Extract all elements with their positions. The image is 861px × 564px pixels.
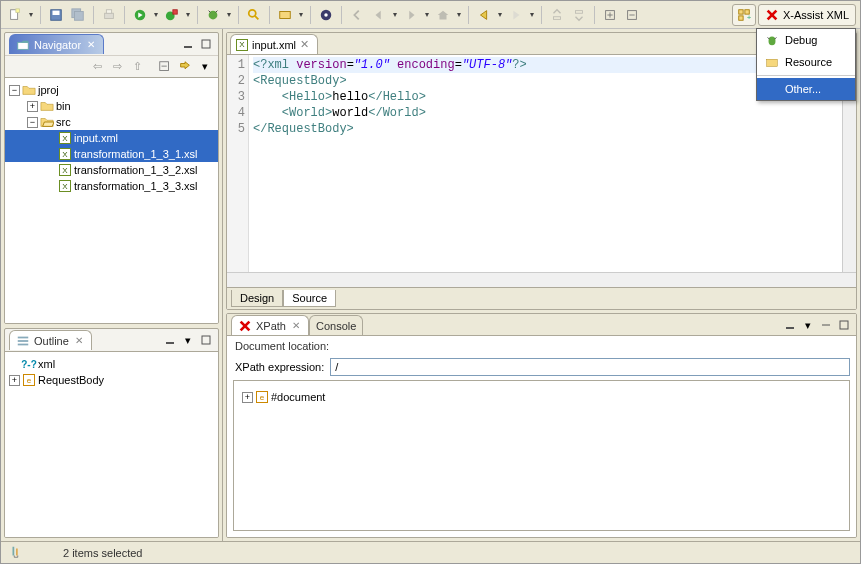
back-icon[interactable]: ⇦ (88, 58, 106, 76)
dropdown-arrow-icon[interactable]: ▾ (455, 10, 463, 19)
open-perspective-button[interactable]: + (732, 4, 756, 26)
maximize-icon[interactable] (198, 36, 214, 52)
tree-row[interactable]: −jproj (5, 82, 218, 98)
maximize-icon[interactable] (198, 332, 214, 348)
minimize-icon[interactable] (180, 36, 196, 52)
eclipse-icon[interactable] (316, 5, 336, 25)
svg-rect-54 (18, 340, 29, 342)
step-out-button[interactable] (547, 5, 567, 25)
close-icon[interactable]: ✕ (85, 39, 97, 50)
twisty-icon[interactable]: + (27, 101, 38, 112)
dropdown-arrow-icon[interactable]: ▾ (528, 10, 536, 19)
twisty-icon[interactable]: + (9, 375, 20, 386)
source-tab[interactable]: Source (283, 290, 336, 307)
close-icon[interactable]: ✕ (73, 335, 85, 346)
outline-view: Outline ✕ ▾ ?-?xml+eRequestBody (4, 328, 219, 538)
collapse-all-icon[interactable] (156, 58, 174, 76)
view-menu-icon[interactable]: ▾ (180, 332, 196, 348)
twisty-icon[interactable] (45, 165, 56, 176)
view-menu-icon[interactable]: ▾ (196, 58, 214, 76)
outline-tab[interactable]: Outline ✕ (9, 330, 92, 350)
step-return-button[interactable] (569, 5, 589, 25)
dropdown-arrow-icon[interactable]: ▾ (391, 10, 399, 19)
editor-code[interactable]: <?xml version="1.0" encoding="UTF-8"?><R… (249, 55, 842, 272)
perspective-switcher: + X-Assist XML Debug Resource Other... (732, 4, 856, 26)
xpath-tab[interactable]: XPath ✕ (231, 315, 309, 335)
tree-row[interactable]: Xtransformation_1_3_3.xsl (5, 178, 218, 194)
status-icon (9, 545, 23, 561)
tree-row[interactable]: Xinput.xml (5, 130, 218, 146)
external-tools-button[interactable] (162, 5, 182, 25)
tree-row[interactable]: Xtransformation_1_3_1.xsl (5, 146, 218, 162)
link-editor-icon[interactable] (176, 58, 194, 76)
svg-line-13 (209, 10, 211, 12)
search-button[interactable] (244, 5, 264, 25)
nav-home-button[interactable] (433, 5, 453, 25)
console-tab[interactable]: Console (309, 315, 363, 335)
dropdown-arrow-icon[interactable]: ▾ (225, 10, 233, 19)
dropdown-arrow-icon[interactable]: ▾ (297, 10, 305, 19)
navigator-tab[interactable]: Navigator ✕ (9, 34, 104, 54)
perspective-menu-item-resource[interactable]: Resource (757, 51, 855, 73)
design-tab[interactable]: Design (231, 290, 283, 307)
tree-row[interactable]: +eRequestBody (5, 372, 218, 388)
nav-back-button[interactable] (369, 5, 389, 25)
svg-rect-53 (18, 336, 29, 338)
forward-icon[interactable]: ⇨ (108, 58, 126, 76)
dropdown-arrow-icon[interactable]: ▾ (27, 10, 35, 19)
debug-launch-button[interactable] (203, 5, 223, 25)
back-arrow-button[interactable] (474, 5, 494, 25)
new-wizard-button[interactable] (5, 5, 25, 25)
fwd-arrow-button[interactable] (506, 5, 526, 25)
twisty-icon[interactable] (45, 149, 56, 160)
tree-row[interactable]: −src (5, 114, 218, 130)
navigator-tree[interactable]: −jproj+bin−srcXinput.xmlXtransformation_… (5, 77, 218, 323)
editor-bottom-tabs: Design Source (227, 287, 856, 309)
outline-tree[interactable]: ?-?xml+eRequestBody (5, 351, 218, 537)
svg-marker-52 (43, 122, 54, 126)
perspective-menu-item-debug[interactable]: Debug (757, 29, 855, 51)
save-button[interactable] (46, 5, 66, 25)
nav-collapse-button[interactable] (347, 5, 367, 25)
dropdown-arrow-icon[interactable]: ▾ (152, 10, 160, 19)
statusbar: 2 items selected (1, 541, 860, 563)
xpath-expression-input[interactable] (330, 358, 850, 376)
dropdown-arrow-icon[interactable]: ▾ (423, 10, 431, 19)
tree-row[interactable]: Xtransformation_1_3_2.xsl (5, 162, 218, 178)
minimize-icon[interactable] (162, 332, 178, 348)
twisty-icon[interactable]: − (9, 85, 20, 96)
up-icon[interactable]: ⇧ (128, 58, 146, 76)
close-icon[interactable]: ✕ (300, 38, 309, 51)
collapse-button[interactable] (622, 5, 642, 25)
minimize2-icon[interactable] (818, 317, 834, 333)
tree-row[interactable]: +bin (5, 98, 218, 114)
perspective-menu-item-other[interactable]: Other... (757, 78, 855, 100)
minimize-icon[interactable] (782, 317, 798, 333)
view-menu-icon[interactable]: ▾ (800, 317, 816, 333)
maximize-icon[interactable] (836, 317, 852, 333)
active-perspective-button[interactable]: X-Assist XML (758, 4, 856, 26)
run-button[interactable] (130, 5, 150, 25)
open-type-button[interactable] (275, 5, 295, 25)
nav-fwd-button[interactable] (401, 5, 421, 25)
svg-marker-50 (41, 103, 53, 111)
print-button[interactable] (99, 5, 119, 25)
tree-node-label: transformation_1_3_1.xsl (74, 148, 198, 160)
expand-button[interactable] (600, 5, 620, 25)
tree-row[interactable]: ?-?xml (5, 356, 218, 372)
twisty-icon[interactable] (9, 359, 20, 370)
dropdown-arrow-icon[interactable]: ▾ (496, 10, 504, 19)
twisty-icon[interactable]: + (242, 392, 253, 403)
horizontal-scrollbar[interactable] (227, 272, 856, 287)
close-icon[interactable]: ✕ (290, 320, 302, 331)
xpath-result-tree[interactable]: +e#document (233, 380, 850, 531)
twisty-icon[interactable] (45, 133, 56, 144)
svg-rect-41 (767, 59, 778, 66)
blank-icon (765, 82, 779, 96)
twisty-icon[interactable]: − (27, 117, 38, 128)
tree-row[interactable]: +e#document (238, 389, 845, 405)
dropdown-arrow-icon[interactable]: ▾ (184, 10, 192, 19)
twisty-icon[interactable] (45, 181, 56, 192)
editor-tab[interactable]: X input.xml ✕ (230, 34, 318, 54)
save-all-button[interactable] (68, 5, 88, 25)
